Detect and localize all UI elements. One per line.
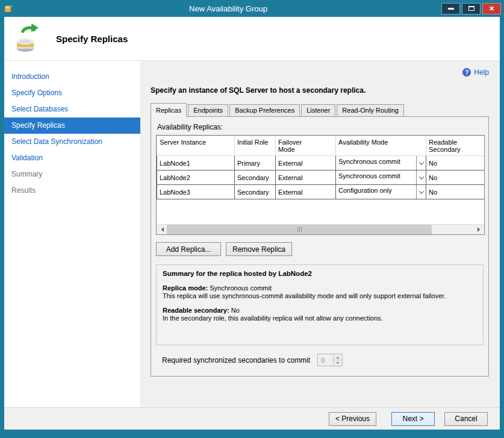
sidebar-item-introduction[interactable]: Introduction — [4, 69, 140, 85]
spinner-down-button[interactable] — [334, 360, 342, 366]
spinner-up-button[interactable] — [334, 354, 342, 360]
col-header-initial-role[interactable]: Initial Role — [235, 136, 276, 156]
required-secondaries-label: Required synchronized secondaries to com… — [162, 356, 310, 364]
horizontal-scrollbar[interactable] — [157, 224, 484, 234]
sidebar-item-specify-options[interactable]: Specify Options — [4, 85, 140, 101]
tab-endpoints[interactable]: Endpoints — [188, 104, 228, 116]
chevron-down-icon[interactable] — [416, 171, 426, 184]
instruction-text: Specify an instance of SQL Server to hos… — [151, 86, 489, 95]
readable-secondary-cell[interactable]: No — [426, 171, 485, 185]
wizard-header: Specify Replicas — [4, 17, 500, 61]
tab-backup-preferences[interactable]: Backup Preferences — [229, 104, 300, 116]
titlebar[interactable]: New Availability Group ✕ — [0, 0, 504, 17]
scrollbar-track[interactable] — [167, 225, 474, 234]
close-button[interactable]: ✕ — [482, 3, 501, 14]
initial-role-cell: Primary — [235, 156, 276, 171]
required-secondaries-spinner: 0 — [317, 354, 343, 366]
col-header-server-instance[interactable]: Server Instance — [157, 136, 235, 156]
col-header-failover-mode[interactable]: Failover Mode — [276, 136, 336, 156]
server-instance-cell[interactable]: LabNode1 — [157, 156, 235, 171]
table-row[interactable]: LabNode1 Primary External Synchronous co… — [157, 156, 485, 171]
availability-mode-dropdown[interactable]: Synchronous commit — [336, 171, 426, 184]
replica-summary-box: Summary for the replica hosted by LabNod… — [156, 264, 484, 345]
initial-role-cell: Secondary — [235, 185, 276, 199]
availability-mode-dropdown[interactable]: Configuration only — [336, 185, 426, 199]
col-header-readable-secondary[interactable]: Readable Secondary — [426, 136, 485, 156]
dialog-frame: Specify Replicas Introduction Specify Op… — [4, 17, 500, 430]
readable-secondary-description: In the secondary role, this availability… — [163, 314, 477, 322]
sidebar-item-select-databases[interactable]: Select Databases — [4, 101, 140, 117]
close-icon: ✕ — [489, 5, 494, 13]
server-instance-cell[interactable]: LabNode3 — [157, 185, 235, 199]
replicas-grid: Server Instance Initial Role Failover Mo… — [156, 135, 485, 235]
database-sync-icon — [15, 23, 44, 55]
next-button[interactable]: Next > — [391, 412, 435, 426]
sidebar-item-summary: Summary — [4, 166, 140, 183]
new-availability-group-dialog: New Availability Group ✕ Specify Repl — [0, 0, 504, 438]
table-row[interactable]: LabNode3 Secondary External Configuratio… — [157, 185, 485, 199]
tab-read-only-routing[interactable]: Read-Only Routing — [337, 104, 404, 116]
maximize-button[interactable] — [462, 3, 481, 14]
server-instance-cell[interactable]: LabNode2 — [157, 171, 235, 185]
tab-strip: Replicas Endpoints Backup Preferences Li… — [151, 103, 489, 116]
readable-secondary-cell[interactable]: No — [426, 156, 485, 171]
help-link[interactable]: Help — [474, 68, 489, 77]
summary-title: Summary for the replica hosted by LabNod… — [163, 270, 477, 277]
replica-mode-description: This replica will use synchronous-commit… — [163, 292, 477, 299]
failover-mode-cell: External — [276, 156, 336, 171]
failover-mode-cell: External — [276, 171, 336, 185]
readable-secondary-value: No — [231, 307, 240, 314]
readable-secondary-label: Readable secondary: — [163, 307, 229, 314]
sidebar-item-select-data-synchronization[interactable]: Select Data Synchronization — [4, 134, 140, 150]
required-secondaries-value: 0 — [318, 354, 333, 366]
add-replica-button[interactable]: Add Replica... — [156, 242, 221, 256]
col-header-availability-mode[interactable]: Availability Mode — [336, 136, 426, 156]
app-icon — [4, 4, 15, 13]
minimize-button[interactable] — [441, 3, 460, 14]
window-controls: ✕ — [441, 3, 501, 14]
window-title: New Availability Group — [15, 4, 441, 13]
chevron-down-icon[interactable] — [416, 185, 426, 199]
sidebar-item-validation[interactable]: Validation — [4, 150, 140, 166]
scroll-left-arrow-icon[interactable] — [157, 225, 167, 234]
maximize-icon — [468, 6, 474, 11]
sidebar-item-specify-replicas[interactable]: Specify Replicas — [4, 117, 140, 134]
remove-replica-button[interactable]: Remove Replica — [226, 242, 292, 256]
replica-mode-label: Replica mode: — [163, 284, 208, 292]
tab-replicas[interactable]: Replicas — [151, 103, 187, 117]
scrollbar-thumb[interactable] — [167, 225, 432, 234]
availability-mode-dropdown[interactable]: Synchronous commit — [336, 156, 426, 170]
chevron-down-icon[interactable] — [416, 156, 426, 170]
table-row[interactable]: LabNode2 Secondary External Synchronous … — [157, 171, 485, 185]
replica-mode-value: Synchronous commit — [210, 284, 272, 292]
wizard-steps-sidebar: Introduction Specify Options Select Data… — [4, 61, 140, 407]
failover-mode-cell: External — [276, 185, 336, 199]
main-pane: ? Help Specify an instance of SQL Server… — [140, 61, 500, 407]
sidebar-item-results: Results — [4, 183, 140, 199]
tab-listener[interactable]: Listener — [301, 104, 335, 116]
cancel-button[interactable]: Cancel — [444, 412, 488, 426]
readable-secondary-cell[interactable]: No — [426, 185, 485, 199]
availability-replicas-label: Availability Replicas: — [157, 123, 484, 131]
initial-role-cell: Secondary — [235, 171, 276, 185]
previous-button[interactable]: < Previous — [329, 412, 376, 426]
page-title: Specify Replicas — [56, 34, 128, 44]
minimize-icon — [448, 8, 454, 10]
scroll-right-arrow-icon[interactable] — [474, 225, 484, 234]
replicas-panel: Availability Replicas: Server Instance I… — [151, 116, 489, 377]
wizard-footer: < Previous Next > Cancel — [4, 407, 500, 430]
help-icon: ? — [462, 68, 471, 77]
